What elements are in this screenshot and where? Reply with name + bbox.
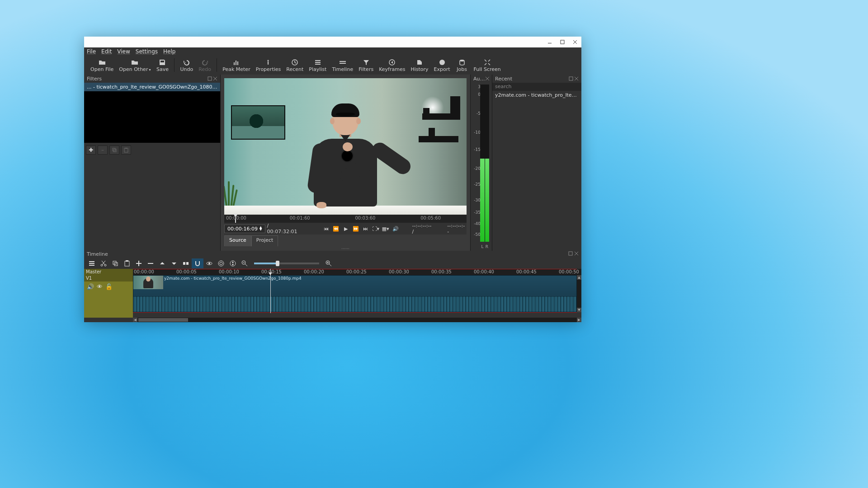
titlebar xyxy=(84,37,581,47)
track-lock-icon[interactable]: 🔓 xyxy=(105,283,113,290)
track-headers: Master V1 🔊 👁 🔓 xyxy=(84,269,133,318)
jobs-label: Jobs xyxy=(457,66,467,72)
tl-split-button[interactable] xyxy=(180,258,192,268)
filter-paste-button[interactable] xyxy=(121,145,131,155)
undo-button[interactable]: Undo xyxy=(177,58,196,72)
track-hide-icon[interactable]: 👁 xyxy=(97,283,103,290)
tl-zoomin-button[interactable] xyxy=(323,258,335,268)
svg-rect-27 xyxy=(569,77,573,80)
meter-tick-label: -25 xyxy=(474,182,481,187)
menu-edit[interactable]: Edit xyxy=(101,48,112,55)
timeline-clip[interactable]: y2mate.com - ticwatch_pro_lte_review_GO0… xyxy=(133,275,577,312)
fullscreen-icon xyxy=(484,58,491,66)
tl-paste-button[interactable] xyxy=(121,258,133,268)
svg-rect-44 xyxy=(148,263,153,264)
skip-next-button[interactable]: ⏭ xyxy=(362,225,370,233)
playlist-button[interactable]: Playlist xyxy=(306,58,329,72)
preview-video[interactable] xyxy=(224,78,467,215)
grid-button[interactable]: ▦▾ xyxy=(382,225,390,233)
recent-panel: Recent search y2mate.com - ticwatch_pro_… xyxy=(492,75,581,251)
panel-close-icon[interactable] xyxy=(485,76,490,81)
timeline-icon xyxy=(339,58,346,66)
keyframes-button[interactable]: Keyframes xyxy=(376,58,408,72)
tl-append-button[interactable] xyxy=(133,258,145,268)
current-time-input[interactable]: 00:00:16:09 ▲▼ xyxy=(224,225,265,233)
tab-source[interactable]: Source xyxy=(224,235,251,246)
track-area[interactable]: 00:00:00 00:00:05 00:00:10 00:00:15 00:0… xyxy=(133,269,581,318)
tl-lift-button[interactable] xyxy=(156,258,168,268)
toolbar-separator xyxy=(217,58,217,72)
tl-copy-button[interactable] xyxy=(109,258,121,268)
timeline-button[interactable]: Timeline xyxy=(329,58,356,72)
history-button[interactable]: History xyxy=(408,58,431,72)
tl-rippleall-button[interactable] xyxy=(227,258,239,268)
tl-overwrite-button[interactable] xyxy=(168,258,180,268)
jobs-button[interactable]: Jobs xyxy=(453,58,471,72)
master-track-header[interactable]: Master xyxy=(84,269,133,275)
preview-scrubber[interactable]: 00:00:00 00:01:60 00:03:60 00:05:60 xyxy=(224,215,467,223)
panel-close-icon[interactable] xyxy=(574,251,579,256)
properties-button[interactable]: Properties xyxy=(253,58,284,72)
svg-rect-14 xyxy=(340,63,346,64)
svg-rect-1 xyxy=(561,40,564,44)
tl-delete-button[interactable] xyxy=(145,258,156,268)
panel-float-icon[interactable] xyxy=(208,76,212,81)
panel-float-icon[interactable] xyxy=(568,251,573,256)
tl-zoomout-button[interactable] xyxy=(239,258,250,268)
recent-item[interactable]: y2mate.com - ticwatch_pro_lte_review_… xyxy=(492,91,581,99)
filters-panel: Filters ... - ticwatch_pro_lte_review_GO… xyxy=(84,75,221,251)
ruler-tick: 00:00:25 xyxy=(346,269,367,274)
tab-project[interactable]: Project xyxy=(251,235,278,246)
recent-button[interactable]: Recent xyxy=(283,58,306,72)
history-icon xyxy=(416,58,423,66)
timeline-vscroll[interactable]: ▲▼ xyxy=(577,275,581,312)
filters-button[interactable]: Filters xyxy=(356,58,376,72)
decor-plant xyxy=(224,179,236,206)
tl-scrub-button[interactable] xyxy=(203,258,215,268)
tl-zoom-slider[interactable] xyxy=(254,263,319,264)
forward-button[interactable]: ⏩ xyxy=(352,225,360,233)
filter-add-button[interactable]: ✚ xyxy=(86,145,96,155)
tl-cut-button[interactable] xyxy=(98,258,109,268)
open-file-button[interactable]: Open File xyxy=(88,58,116,72)
panel-float-icon[interactable] xyxy=(569,76,573,81)
volume-button[interactable]: 🔊 xyxy=(392,225,400,233)
time-spinner[interactable]: ▲▼ xyxy=(259,226,262,231)
menu-view[interactable]: View xyxy=(117,48,130,55)
zoom-fit-button[interactable]: ⛶▾ xyxy=(372,225,380,233)
timeline-ruler[interactable]: 00:00:00 00:00:05 00:00:10 00:00:15 00:0… xyxy=(133,269,581,275)
current-time-value: 00:00:16:09 xyxy=(227,226,258,232)
filter-remove-button[interactable]: – xyxy=(98,145,108,155)
rewind-button[interactable]: ⏪ xyxy=(332,225,340,233)
undo-label: Undo xyxy=(180,66,193,72)
minimize-button[interactable] xyxy=(543,37,556,47)
timeline-hscroll[interactable]: ◀▶ xyxy=(133,318,581,322)
panel-resize-handle[interactable]: ⋯⋯ xyxy=(221,246,470,251)
filters-list[interactable] xyxy=(84,91,220,143)
filter-copy-button[interactable] xyxy=(109,145,119,155)
track-mute-icon[interactable]: 🔊 xyxy=(87,283,94,290)
menu-help[interactable]: Help xyxy=(163,48,175,55)
svg-rect-12 xyxy=(315,64,321,65)
menu-file[interactable]: File xyxy=(87,48,96,55)
open-other-button[interactable]: Open Other▾ xyxy=(116,58,153,72)
tl-snap-button[interactable] xyxy=(192,258,203,268)
redo-button[interactable]: Redo xyxy=(196,58,214,72)
close-button[interactable] xyxy=(569,37,581,47)
peak-meter-button[interactable]: Peak Meter xyxy=(220,58,253,72)
meter-tick-label: -20 xyxy=(474,166,481,171)
timeline-playhead[interactable] xyxy=(270,269,271,313)
menu-settings[interactable]: Settings xyxy=(136,48,158,55)
skip-prev-button[interactable]: ⏮ xyxy=(322,225,330,233)
play-button[interactable]: ▶ xyxy=(342,225,350,233)
recent-search-input[interactable]: search xyxy=(492,83,581,91)
maximize-button[interactable] xyxy=(556,37,569,47)
tl-ripple-button[interactable] xyxy=(215,258,227,268)
save-button[interactable]: Save xyxy=(153,58,171,72)
panel-close-icon[interactable] xyxy=(213,76,217,81)
fullscreen-button[interactable]: Full Screen xyxy=(471,58,504,72)
v1-track-header[interactable]: V1 xyxy=(84,275,133,282)
tl-menu-button[interactable] xyxy=(86,258,98,268)
panel-close-icon[interactable] xyxy=(574,76,579,81)
export-button[interactable]: Export xyxy=(431,58,453,72)
